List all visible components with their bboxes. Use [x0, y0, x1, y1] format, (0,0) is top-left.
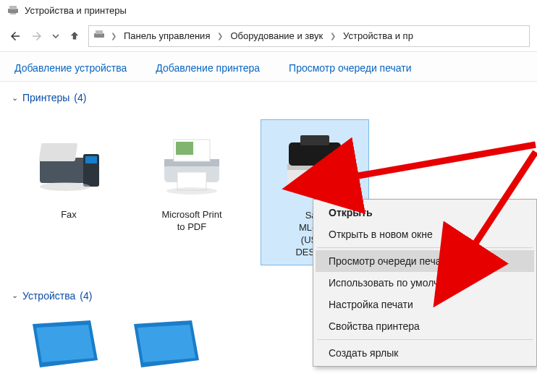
- fax-icon: [29, 125, 109, 205]
- group-count: (4): [74, 92, 86, 103]
- menu-item-open-new-window[interactable]: Открыть в новом окне: [316, 223, 534, 245]
- svg-rect-13: [176, 142, 193, 155]
- svg-rect-20: [311, 174, 324, 176]
- menu-separator: [317, 339, 533, 340]
- svg-rect-5: [40, 158, 90, 183]
- window-title: Устройства и принтеры: [25, 5, 127, 16]
- svg-rect-4: [96, 30, 103, 34]
- group-count: (4): [80, 290, 92, 302]
- device-item-monitor[interactable]: [130, 320, 203, 371]
- breadcrumb[interactable]: ❯ Панель управления ❯ Оборудование и зву…: [88, 25, 530, 47]
- group-header-printers[interactable]: ⌄ Принтеры (4): [7, 82, 530, 108]
- devices-printers-icon: [93, 29, 105, 43]
- svg-rect-18: [289, 142, 341, 166]
- svg-rect-19: [300, 135, 329, 145]
- history-dropdown-icon[interactable]: [51, 28, 61, 44]
- device-item-fax[interactable]: Fax: [14, 119, 123, 227]
- chevron-right-icon: ❯: [108, 32, 119, 40]
- back-button[interactable]: [7, 28, 23, 44]
- chevron-right-icon: ❯: [214, 32, 226, 40]
- view-print-queue-link[interactable]: Просмотр очереди печати: [289, 62, 411, 74]
- add-device-link[interactable]: Добавление устройства: [14, 62, 127, 74]
- chevron-right-icon: ❯: [327, 32, 339, 40]
- group-label: Устройства: [22, 290, 75, 302]
- breadcrumb-item[interactable]: Оборудование и звук: [229, 29, 324, 43]
- device-item-ms-print-pdf[interactable]: Microsoft Print to PDF: [138, 119, 246, 239]
- chevron-down-icon: ⌄: [12, 93, 18, 103]
- device-label: Microsoft Print to PDF: [161, 209, 221, 234]
- chevron-down-icon: ⌄: [12, 291, 18, 300]
- group-label: Принтеры: [22, 92, 69, 103]
- svg-rect-6: [39, 143, 78, 161]
- devices-printers-icon: [7, 4, 19, 16]
- command-bar: Добавление устройства Добавление принтер…: [0, 52, 537, 82]
- laser-printer-icon: [275, 126, 355, 205]
- svg-rect-8: [85, 156, 97, 163]
- menu-item-print-settings[interactable]: Настройка печати: [316, 294, 534, 315]
- svg-point-9: [40, 182, 90, 191]
- printer-icon: [152, 125, 232, 205]
- menu-separator: [317, 247, 533, 248]
- svg-point-21: [289, 187, 341, 194]
- address-bar: ❯ Панель управления ❯ Оборудование и зву…: [0, 20, 537, 52]
- context-menu: Открыть Открыть в новом окне Просмотр оч…: [313, 199, 537, 367]
- add-printer-link[interactable]: Добавление принтера: [156, 62, 260, 74]
- title-bar: Устройства и принтеры: [0, 0, 537, 20]
- svg-rect-2: [10, 13, 16, 14]
- breadcrumb-item[interactable]: Устройства и пр: [342, 29, 415, 43]
- menu-item-view-queue[interactable]: Просмотр очереди печати: [316, 250, 534, 272]
- forward-button[interactable]: [29, 28, 45, 44]
- menu-item-open[interactable]: Открыть: [316, 202, 534, 223]
- menu-item-set-default[interactable]: Использовать по умолчанию: [316, 272, 534, 294]
- breadcrumb-item[interactable]: Панель управления: [122, 29, 211, 43]
- menu-item-create-shortcut[interactable]: Создать ярлык: [316, 342, 534, 364]
- svg-point-15: [166, 187, 217, 195]
- device-label: Fax: [61, 209, 77, 221]
- menu-item-printer-properties[interactable]: Свойства принтера: [316, 315, 534, 337]
- device-item-monitor[interactable]: [29, 320, 101, 371]
- svg-rect-1: [9, 6, 17, 9]
- up-button[interactable]: [67, 28, 83, 44]
